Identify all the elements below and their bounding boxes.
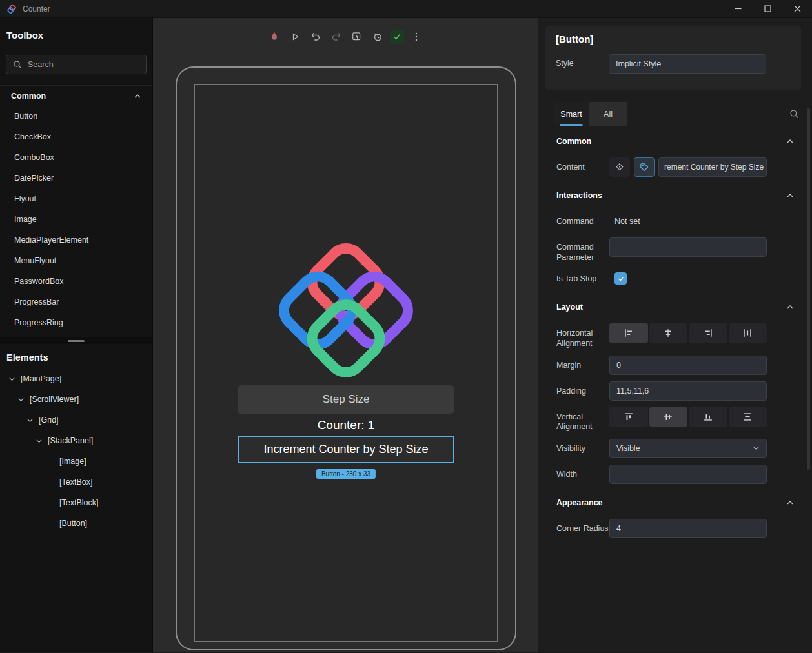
toolbox-item-flyout[interactable]: Flyout <box>0 188 152 209</box>
tab-smart[interactable]: Smart <box>554 102 589 126</box>
history-icon[interactable] <box>369 28 386 45</box>
valign-bottom-button[interactable] <box>689 407 727 427</box>
step-size-textbox[interactable]: Step Size <box>238 385 454 414</box>
tree-item-image[interactable]: [Image] <box>0 451 152 472</box>
toolbox-search-input[interactable]: Search <box>6 55 147 74</box>
properties-tabs: Smart All <box>554 102 799 126</box>
toolbox-item-button[interactable]: Button <box>0 106 152 126</box>
chevron-down-icon[interactable] <box>6 374 17 384</box>
toolbox-item-progressbar[interactable]: ProgressBar <box>0 292 152 312</box>
section-interactions-title: Interactions <box>556 191 602 200</box>
align-bottom-icon <box>702 411 714 423</box>
tree-indent-spacer <box>45 518 56 528</box>
tree-item-label: [Button] <box>59 519 87 528</box>
title-bar: Counter <box>0 0 812 18</box>
hot-reload-flame-icon[interactable] <box>266 28 283 45</box>
valign-center-button[interactable] <box>649 407 688 427</box>
content-row: Content rement Counter by <box>538 157 812 177</box>
chevron-down-icon[interactable] <box>25 415 35 425</box>
halign-right-button[interactable] <box>689 323 727 343</box>
section-appearance[interactable]: Appearance <box>538 493 812 512</box>
section-interactions[interactable]: Interactions <box>538 186 812 205</box>
padding-label: Padding <box>556 381 609 397</box>
design-toolbar <box>266 28 425 45</box>
width-row: Width <box>538 465 812 484</box>
maximize-button[interactable] <box>753 0 782 17</box>
app-logo-icon <box>6 4 17 14</box>
toolbox-section-common[interactable]: Common <box>0 85 152 106</box>
halign-stretch-button[interactable] <box>729 323 767 343</box>
toolbox-title: Toolbox <box>0 18 152 47</box>
minimize-button[interactable] <box>723 0 753 17</box>
tab-all[interactable]: All <box>589 102 627 126</box>
tree-item-textbox[interactable]: [TextBox] <box>0 472 152 492</box>
valign-stretch-button[interactable] <box>729 407 767 427</box>
is-tab-stop-checkbox[interactable] <box>614 272 627 285</box>
selected-element-card: [Button] Style Implicit Style <box>545 26 801 90</box>
section-layout-title: Layout <box>556 303 583 312</box>
section-common[interactable]: Common <box>538 132 812 151</box>
content-label: Content <box>556 157 609 173</box>
toolbox-item-menuflyout[interactable]: MenuFlyout <box>0 250 152 271</box>
command-parameter-input[interactable] <box>609 237 767 257</box>
tree-item-mainpage[interactable]: [MainPage] <box>0 368 152 389</box>
halign-left-button[interactable] <box>609 323 648 343</box>
margin-input[interactable]: 0 <box>609 356 767 375</box>
window-controls <box>723 0 812 17</box>
toolbox-item-checkbox[interactable]: CheckBox <box>0 126 152 147</box>
section-appearance-title: Appearance <box>556 498 603 507</box>
tree-item-stackpanel[interactable]: [StackPanel] <box>0 430 152 451</box>
toolbox-item-progressring[interactable]: ProgressRing <box>0 312 152 333</box>
width-input[interactable] <box>609 465 767 484</box>
tree-item-button[interactable]: [Button] <box>0 513 152 534</box>
command-parameter-label: Command Parameter <box>556 237 609 263</box>
toolbox-item-datepicker[interactable]: DatePicker <box>0 168 152 188</box>
corner-radius-input[interactable]: 4 <box>609 519 767 538</box>
padding-input[interactable]: 11,5,11,6 <box>609 381 767 401</box>
tree-item-textblock[interactable]: [TextBlock] <box>0 492 152 513</box>
corner-radius-row: Corner Radius 4 <box>538 519 812 538</box>
property-sections: Common Content <box>538 132 812 538</box>
selected-element-title: [Button] <box>556 34 791 45</box>
chevron-down-icon[interactable] <box>15 394 26 405</box>
redo-icon[interactable] <box>328 28 345 45</box>
counter-textblock[interactable]: Counter: 1 <box>195 418 497 432</box>
horizontal-alignment-row: Horizontal Alignment <box>538 323 812 348</box>
tree-item-grid[interactable]: [Grid] <box>0 410 152 430</box>
toolbox-item-image[interactable]: Image <box>0 209 152 230</box>
section-layout[interactable]: Layout <box>538 297 812 317</box>
command-value[interactable]: Not set <box>609 212 640 226</box>
content-value-input[interactable]: rement Counter by Step Size <box>658 157 767 177</box>
halign-center-button[interactable] <box>649 323 688 343</box>
toolbox-item-combobox[interactable]: ComboBox <box>0 147 152 168</box>
visibility-dropdown[interactable]: Visible <box>609 439 767 458</box>
tree-item-scrollviewer[interactable]: [ScrollViewer] <box>0 389 152 410</box>
undo-icon[interactable] <box>307 28 324 45</box>
properties-search-icon[interactable] <box>789 109 799 119</box>
increment-counter-button[interactable]: Increment Counter by Step Size <box>238 436 454 463</box>
play-icon[interactable] <box>287 28 303 45</box>
chevron-up-icon <box>786 192 794 199</box>
literal-tag-icon[interactable] <box>634 157 655 177</box>
align-top-icon <box>623 411 634 423</box>
app-logo-image[interactable] <box>276 241 416 382</box>
close-button[interactable] <box>782 0 812 17</box>
toolbox-item-mediaplayerelement[interactable]: MediaPlayerElement <box>0 230 152 250</box>
device-screen[interactable]: Step Size Counter: 1 Increment Counter b… <box>194 84 498 642</box>
command-parameter-row: Command Parameter <box>538 237 812 263</box>
more-options-icon[interactable] <box>408 28 425 45</box>
style-input[interactable]: Implicit Style <box>609 54 766 74</box>
binding-source-icon[interactable] <box>609 157 630 177</box>
splitter-grip-icon <box>68 340 85 342</box>
valign-top-button[interactable] <box>609 407 648 427</box>
active-tab-indicator <box>560 124 583 126</box>
align-stretch-horizontal-icon <box>742 327 753 339</box>
toolbox-item-passwordbox[interactable]: PasswordBox <box>0 271 152 292</box>
panel-scrollbar[interactable] <box>807 108 810 470</box>
element-picker-icon[interactable] <box>349 28 365 45</box>
panel-splitter[interactable] <box>0 337 152 344</box>
diagnostics-check-icon[interactable] <box>390 30 404 44</box>
chevron-down-icon[interactable] <box>34 436 44 446</box>
properties-panel: [Button] Style Implicit Style Smart All <box>538 18 812 652</box>
design-canvas[interactable]: Step Size Counter: 1 Increment Counter b… <box>153 18 538 652</box>
